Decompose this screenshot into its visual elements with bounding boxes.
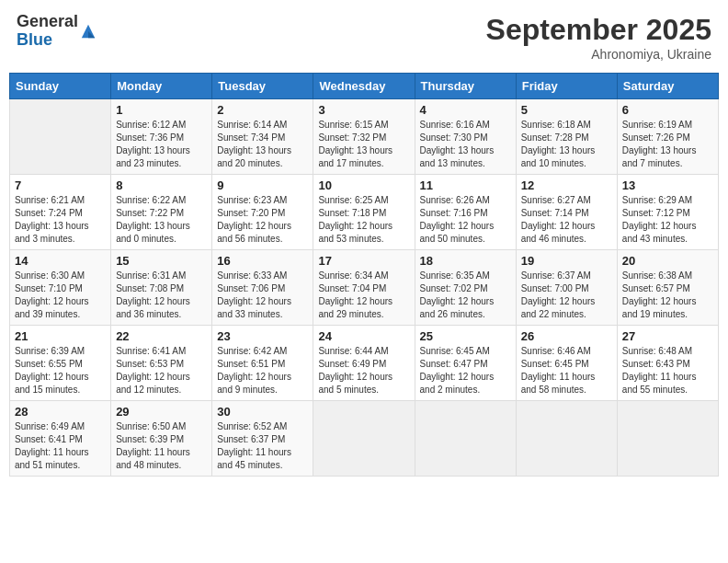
- weekday-header-row: SundayMondayTuesdayWednesdayThursdayFrid…: [10, 74, 719, 99]
- day-number: 29: [116, 405, 207, 419]
- calendar-cell: 16Sunrise: 6:33 AM Sunset: 7:06 PM Dayli…: [212, 250, 313, 326]
- day-number: 27: [622, 329, 713, 343]
- week-row-3: 14Sunrise: 6:30 AM Sunset: 7:10 PM Dayli…: [10, 250, 719, 326]
- logo: General Blue: [17, 13, 97, 50]
- day-info: Sunrise: 6:46 AM Sunset: 6:45 PM Dayligh…: [521, 345, 612, 396]
- location: Ahronomiya, Ukraine: [486, 47, 711, 62]
- calendar-cell: 27Sunrise: 6:48 AM Sunset: 6:43 PM Dayli…: [617, 326, 718, 401]
- day-number: 25: [420, 329, 511, 343]
- calendar-cell: 28Sunrise: 6:49 AM Sunset: 6:41 PM Dayli…: [10, 401, 111, 477]
- week-row-5: 28Sunrise: 6:49 AM Sunset: 6:41 PM Dayli…: [10, 401, 719, 477]
- calendar-cell: 26Sunrise: 6:46 AM Sunset: 6:45 PM Dayli…: [516, 326, 617, 401]
- logo-icon: [80, 23, 97, 40]
- week-row-4: 21Sunrise: 6:39 AM Sunset: 6:55 PM Dayli…: [10, 326, 719, 401]
- day-info: Sunrise: 6:35 AM Sunset: 7:02 PM Dayligh…: [420, 270, 511, 321]
- weekday-header-friday: Friday: [516, 74, 617, 99]
- calendar-cell: 1Sunrise: 6:12 AM Sunset: 7:36 PM Daylig…: [111, 99, 212, 175]
- day-number: 24: [318, 329, 409, 343]
- day-number: 20: [622, 254, 713, 268]
- day-number: 5: [521, 103, 612, 117]
- calendar-cell: 23Sunrise: 6:42 AM Sunset: 6:51 PM Dayli…: [212, 326, 313, 401]
- day-number: 23: [217, 329, 308, 343]
- day-info: Sunrise: 6:22 AM Sunset: 7:22 PM Dayligh…: [116, 194, 207, 246]
- week-row-1: 1Sunrise: 6:12 AM Sunset: 7:36 PM Daylig…: [10, 99, 719, 175]
- calendar-cell: 3Sunrise: 6:15 AM Sunset: 7:32 PM Daylig…: [313, 99, 415, 175]
- calendar-cell: 6Sunrise: 6:19 AM Sunset: 7:26 PM Daylig…: [617, 99, 718, 175]
- day-number: 18: [420, 254, 511, 268]
- day-info: Sunrise: 6:33 AM Sunset: 7:06 PM Dayligh…: [217, 270, 308, 321]
- day-info: Sunrise: 6:52 AM Sunset: 6:37 PM Dayligh…: [217, 420, 308, 472]
- weekday-header-monday: Monday: [111, 74, 212, 99]
- day-number: 10: [318, 178, 409, 192]
- calendar-cell: [617, 401, 718, 477]
- day-number: 6: [622, 103, 713, 117]
- day-number: 7: [15, 178, 106, 192]
- calendar-cell: 19Sunrise: 6:37 AM Sunset: 7:00 PM Dayli…: [516, 250, 617, 326]
- weekday-header-saturday: Saturday: [617, 74, 718, 99]
- day-info: Sunrise: 6:27 AM Sunset: 7:14 PM Dayligh…: [521, 194, 612, 246]
- weekday-header-thursday: Thursday: [415, 74, 516, 99]
- day-number: 15: [116, 254, 207, 268]
- day-info: Sunrise: 6:48 AM Sunset: 6:43 PM Dayligh…: [622, 345, 713, 396]
- calendar-cell: [313, 401, 415, 477]
- calendar-cell: 9Sunrise: 6:23 AM Sunset: 7:20 PM Daylig…: [212, 175, 313, 250]
- day-number: 14: [15, 254, 106, 268]
- day-number: 21: [15, 329, 106, 343]
- day-info: Sunrise: 6:23 AM Sunset: 7:20 PM Dayligh…: [217, 194, 308, 246]
- weekday-header-sunday: Sunday: [10, 74, 111, 99]
- calendar-cell: 5Sunrise: 6:18 AM Sunset: 7:28 PM Daylig…: [516, 99, 617, 175]
- day-info: Sunrise: 6:39 AM Sunset: 6:55 PM Dayligh…: [15, 345, 106, 396]
- calendar-table: SundayMondayTuesdayWednesdayThursdayFrid…: [9, 73, 719, 477]
- calendar-cell: 20Sunrise: 6:38 AM Sunset: 6:57 PM Dayli…: [617, 250, 718, 326]
- day-info: Sunrise: 6:41 AM Sunset: 6:53 PM Dayligh…: [116, 345, 207, 396]
- day-info: Sunrise: 6:30 AM Sunset: 7:10 PM Dayligh…: [15, 270, 106, 321]
- day-number: 1: [116, 103, 207, 117]
- day-info: Sunrise: 6:38 AM Sunset: 6:57 PM Dayligh…: [622, 270, 713, 321]
- month-title: September 2025: [486, 13, 711, 47]
- day-info: Sunrise: 6:44 AM Sunset: 6:49 PM Dayligh…: [318, 345, 409, 396]
- day-number: 4: [420, 103, 511, 117]
- calendar-cell: 24Sunrise: 6:44 AM Sunset: 6:49 PM Dayli…: [313, 326, 415, 401]
- day-number: 19: [521, 254, 612, 268]
- day-number: 11: [420, 178, 511, 192]
- calendar-cell: 12Sunrise: 6:27 AM Sunset: 7:14 PM Dayli…: [516, 175, 617, 250]
- day-info: Sunrise: 6:25 AM Sunset: 7:18 PM Dayligh…: [318, 194, 409, 246]
- weekday-header-wednesday: Wednesday: [313, 74, 415, 99]
- calendar-cell: 11Sunrise: 6:26 AM Sunset: 7:16 PM Dayli…: [415, 175, 516, 250]
- calendar-cell: 21Sunrise: 6:39 AM Sunset: 6:55 PM Dayli…: [10, 326, 111, 401]
- day-info: Sunrise: 6:16 AM Sunset: 7:30 PM Dayligh…: [420, 119, 511, 170]
- day-number: 3: [318, 103, 409, 117]
- day-info: Sunrise: 6:18 AM Sunset: 7:28 PM Dayligh…: [521, 119, 612, 170]
- logo-blue-text: Blue: [17, 31, 78, 50]
- calendar-cell: 7Sunrise: 6:21 AM Sunset: 7:24 PM Daylig…: [10, 175, 111, 250]
- calendar-cell: 4Sunrise: 6:16 AM Sunset: 7:30 PM Daylig…: [415, 99, 516, 175]
- calendar-cell: 2Sunrise: 6:14 AM Sunset: 7:34 PM Daylig…: [212, 99, 313, 175]
- calendar-cell: 13Sunrise: 6:29 AM Sunset: 7:12 PM Dayli…: [617, 175, 718, 250]
- day-number: 12: [521, 178, 612, 192]
- calendar-cell: 8Sunrise: 6:22 AM Sunset: 7:22 PM Daylig…: [111, 175, 212, 250]
- day-info: Sunrise: 6:26 AM Sunset: 7:16 PM Dayligh…: [420, 194, 511, 246]
- day-number: 30: [217, 405, 308, 419]
- calendar-cell: [10, 99, 111, 175]
- title-block: September 2025 Ahronomiya, Ukraine: [486, 13, 711, 62]
- weekday-header-tuesday: Tuesday: [212, 74, 313, 99]
- day-number: 16: [217, 254, 308, 268]
- day-info: Sunrise: 6:34 AM Sunset: 7:04 PM Dayligh…: [318, 270, 409, 321]
- day-number: 8: [116, 178, 207, 192]
- calendar-cell: 17Sunrise: 6:34 AM Sunset: 7:04 PM Dayli…: [313, 250, 415, 326]
- day-number: 2: [217, 103, 308, 117]
- day-info: Sunrise: 6:50 AM Sunset: 6:39 PM Dayligh…: [116, 420, 207, 472]
- calendar-cell: [415, 401, 516, 477]
- day-info: Sunrise: 6:42 AM Sunset: 6:51 PM Dayligh…: [217, 345, 308, 396]
- day-number: 26: [521, 329, 612, 343]
- day-info: Sunrise: 6:19 AM Sunset: 7:26 PM Dayligh…: [622, 119, 713, 170]
- calendar-cell: 29Sunrise: 6:50 AM Sunset: 6:39 PM Dayli…: [111, 401, 212, 477]
- calendar-cell: [516, 401, 617, 477]
- week-row-2: 7Sunrise: 6:21 AM Sunset: 7:24 PM Daylig…: [10, 175, 719, 250]
- day-number: 22: [116, 329, 207, 343]
- day-info: Sunrise: 6:37 AM Sunset: 7:00 PM Dayligh…: [521, 270, 612, 321]
- calendar-cell: 15Sunrise: 6:31 AM Sunset: 7:08 PM Dayli…: [111, 250, 212, 326]
- day-info: Sunrise: 6:14 AM Sunset: 7:34 PM Dayligh…: [217, 119, 308, 170]
- day-info: Sunrise: 6:21 AM Sunset: 7:24 PM Dayligh…: [15, 194, 106, 246]
- day-number: 28: [15, 405, 106, 419]
